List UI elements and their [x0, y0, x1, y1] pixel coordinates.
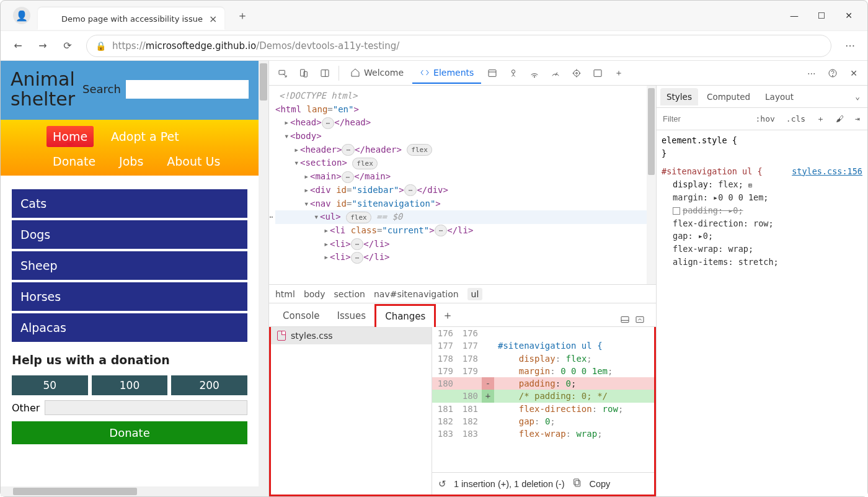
styles-tab-styles[interactable]: Styles [660, 88, 698, 105]
style-panel-expand-icon[interactable]: ⇥ [851, 113, 864, 125]
donation-50[interactable]: 50 [12, 375, 88, 395]
forward-button[interactable]: → [32, 35, 54, 57]
new-style-rule-icon[interactable]: ＋ [813, 112, 828, 126]
crumb-nav[interactable]: nav#sitenavigation [374, 289, 459, 299]
tab-elements[interactable]: Elements [412, 63, 481, 84]
prop-gap[interactable]: gap: ▸0; [662, 230, 862, 243]
close-window-button[interactable]: ✕ [835, 6, 862, 25]
drawer-expand-icon[interactable] [635, 315, 645, 326]
titlebar: 👤 Demo page with accessibility issue × ＋… [1, 1, 867, 30]
page-sidebar: Cats Dogs Sheep Horses Alpacas Help us w… [1, 176, 259, 458]
dom-scrollbar[interactable] [647, 86, 656, 284]
prop-flex-wrap[interactable]: flex-wrap: wrap; [662, 243, 862, 256]
styles-more-icon[interactable]: ⌄ [851, 91, 864, 102]
devtools-help-icon[interactable] [823, 63, 843, 83]
crumb-body[interactable]: body [304, 289, 326, 299]
prop-align-items[interactable]: align-items: stretch; [662, 256, 862, 269]
drawer-tab-console[interactable]: Console [274, 305, 329, 326]
svg-rect-16 [594, 69, 601, 76]
svg-point-7 [512, 69, 515, 73]
crumb-ul[interactable]: ul [467, 288, 483, 300]
nav-jobs[interactable]: Jobs [113, 151, 149, 172]
tool-network-icon[interactable] [525, 63, 544, 83]
nav-about[interactable]: About Us [161, 151, 226, 172]
new-tab-button[interactable]: ＋ [232, 6, 253, 25]
search-input[interactable] [126, 80, 249, 99]
copy-label[interactable]: Copy [590, 479, 611, 489]
tool-memory-icon[interactable] [567, 63, 587, 83]
inspect-element-icon[interactable] [273, 63, 293, 83]
crumb-html[interactable]: html [275, 289, 295, 299]
css-rule-source-link[interactable]: styles.css:156 [792, 165, 862, 178]
donation-other-input[interactable] [45, 400, 247, 415]
tool-sources-icon[interactable] [503, 63, 523, 83]
prop-flex-direction[interactable]: flex-direction: row; [662, 217, 862, 230]
devtools-more-button[interactable]: ⋯ [802, 63, 822, 83]
tab-close-button[interactable]: × [209, 13, 217, 25]
copy-icon[interactable] [572, 478, 582, 490]
changes-files-list: styles.css [271, 327, 432, 495]
prop-display[interactable]: display: flex; ⊞ [662, 178, 862, 191]
sidebar-item-sheep[interactable]: Sheep [12, 251, 247, 280]
add-tool-button[interactable]: ＋ [609, 63, 629, 83]
styles-tab-layout[interactable]: Layout [759, 88, 800, 105]
diff-status-bar: ↺ 1 insertion (+), 1 deletion (-) Copy [432, 472, 654, 495]
crumb-section[interactable]: section [334, 289, 365, 299]
page-scrollbar-vertical[interactable] [259, 61, 268, 496]
tool-performance-icon[interactable] [546, 63, 565, 83]
prop-margin[interactable]: margin: ▸0 0 0 1em; [662, 191, 862, 204]
svg-point-11 [576, 72, 578, 74]
svg-point-10 [574, 70, 580, 76]
nav-donate[interactable]: Donate [46, 151, 102, 172]
browser-tab[interactable]: Demo page with accessibility issue × [38, 7, 224, 30]
minimize-button[interactable]: — [781, 6, 808, 25]
device-toolbar-icon[interactable] [294, 63, 314, 83]
styles-filter-input[interactable] [660, 112, 748, 126]
sidebar-item-dogs[interactable]: Dogs [12, 220, 247, 249]
tool-more-icon[interactable] [588, 63, 608, 83]
drawer-tab-changes[interactable]: Changes [374, 304, 436, 327]
tab-favicon-icon [45, 13, 56, 24]
donation-100[interactable]: 100 [92, 375, 168, 395]
hover-toggle[interactable]: :hov [752, 113, 779, 125]
styles-tab-computed[interactable]: Computed [701, 88, 756, 105]
svg-rect-21 [636, 316, 644, 322]
changes-file-styles[interactable]: styles.css [271, 327, 432, 344]
tool-application-icon[interactable] [482, 63, 502, 83]
nav-adopt[interactable]: Adopt a Pet [105, 126, 185, 147]
drawer-add-tab[interactable]: ＋ [436, 304, 459, 326]
devtools-close-button[interactable]: ✕ [844, 63, 864, 83]
panel-layout-icon[interactable] [315, 63, 335, 83]
sidebar-item-horses[interactable]: Horses [12, 282, 247, 311]
diff-viewer[interactable]: 176176177177#sitenavigation ul {178178 d… [432, 327, 654, 472]
donate-button[interactable]: Donate [12, 421, 247, 444]
dom-selected-ul[interactable]: ⋯▾<ul> flex == $0 [275, 210, 653, 224]
donation-200[interactable]: 200 [171, 375, 247, 395]
tab-title: Demo page with accessibility issue [61, 14, 203, 24]
cls-toggle[interactable]: .cls [782, 113, 809, 125]
dom-tree[interactable]: <!DOCTYPE html> <html lang="en"> ▸<head>… [269, 86, 656, 284]
refresh-button[interactable]: ⟳ [56, 35, 79, 57]
back-button[interactable]: ← [7, 35, 29, 57]
css-rule-selector[interactable]: #sitenavigation ul { [662, 166, 763, 176]
prop-padding[interactable]: padding: ▸0; [662, 204, 862, 217]
style-brush-icon[interactable]: 🖌 [832, 113, 848, 125]
sidebar-item-cats[interactable]: Cats [12, 189, 247, 218]
element-style-rule[interactable]: element.style { [662, 134, 862, 147]
browser-toolbar: ← → ⟳ 🔒 https://microsoftedge.github.io/… [1, 30, 867, 60]
page-scrollbar-horizontal[interactable] [1, 486, 259, 496]
sidebar-item-alpacas[interactable]: Alpacas [12, 313, 247, 342]
address-bar[interactable]: 🔒 https://microsoftedge.github.io/Demos/… [86, 35, 831, 57]
maximize-button[interactable]: ☐ [808, 6, 835, 25]
svg-point-8 [534, 76, 535, 77]
tab-welcome[interactable]: Welcome [343, 63, 411, 84]
nav-home[interactable]: Home [46, 126, 94, 147]
drawer-dock-icon[interactable] [620, 315, 630, 326]
file-icon [277, 331, 286, 341]
drawer-tab-issues[interactable]: Issues [329, 305, 375, 326]
profile-avatar[interactable]: 👤 [13, 7, 30, 24]
breadcrumb: html body section nav#sitenavigation ul [269, 284, 656, 303]
revert-icon[interactable]: ↺ [438, 479, 446, 489]
site-title: Animalshelter [11, 69, 75, 109]
settings-menu-button[interactable]: ⋯ [839, 35, 861, 57]
